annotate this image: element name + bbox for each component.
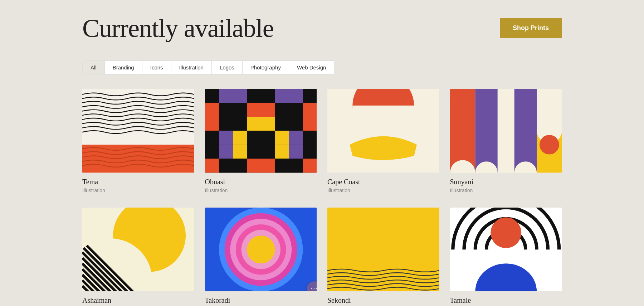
svg-rect-1 bbox=[82, 145, 194, 173]
svg-rect-35 bbox=[205, 145, 219, 159]
tab-icons[interactable]: Icons bbox=[142, 61, 171, 74]
svg-rect-15 bbox=[261, 103, 275, 117]
tab-logos[interactable]: Logos bbox=[212, 61, 243, 74]
svg-rect-30 bbox=[247, 131, 261, 145]
grid-item-image-sekondi bbox=[327, 208, 439, 291]
tab-all[interactable]: All bbox=[83, 61, 105, 74]
header-row: Currently available Shop Prints bbox=[82, 14, 562, 43]
svg-rect-49 bbox=[289, 159, 303, 173]
svg-rect-23 bbox=[261, 117, 275, 131]
svg-rect-34 bbox=[303, 131, 317, 145]
grid-item-title-sekondi: Sekondi bbox=[327, 296, 439, 305]
grid-item-title-sunyani: Sunyani bbox=[450, 178, 562, 186]
grid-item-tema[interactable]: Tema Illustration bbox=[82, 89, 194, 193]
svg-rect-38 bbox=[247, 145, 261, 159]
grid-item-ashaiman[interactable]: Ashaiman Illustration bbox=[82, 208, 194, 306]
tab-photography[interactable]: Photography bbox=[243, 61, 289, 74]
svg-rect-31 bbox=[261, 131, 275, 145]
grid-item-title-tamale: Tamale bbox=[450, 296, 562, 305]
shop-prints-button[interactable]: Shop Prints bbox=[500, 18, 562, 38]
svg-rect-16 bbox=[275, 103, 289, 117]
svg-rect-45 bbox=[233, 159, 247, 173]
page-container: Currently available Shop Prints All Bran… bbox=[0, 0, 644, 306]
svg-rect-19 bbox=[205, 117, 219, 131]
tab-branding[interactable]: Branding bbox=[105, 61, 142, 74]
svg-point-89 bbox=[491, 217, 521, 248]
grid-item-image-sunyani bbox=[450, 89, 562, 173]
svg-point-85 bbox=[247, 235, 275, 263]
svg-rect-42 bbox=[303, 145, 317, 159]
grid-item-title-ashaiman: Ashaiman bbox=[82, 296, 194, 305]
svg-rect-24 bbox=[275, 117, 289, 131]
svg-rect-39 bbox=[261, 145, 275, 159]
svg-rect-33 bbox=[289, 131, 303, 145]
grid-item-category-obuasi: Illustration bbox=[205, 188, 317, 193]
page-title: Currently available bbox=[82, 14, 274, 43]
svg-rect-14 bbox=[247, 103, 261, 117]
grid-item-title-takoradi: Takoradi bbox=[205, 296, 317, 305]
grid-item-cape-coast[interactable]: Cape Coast Illustration bbox=[327, 89, 439, 193]
svg-rect-44 bbox=[219, 159, 233, 173]
grid-item-image-tema bbox=[82, 89, 194, 173]
grid-item-title-obuasi: Obuasi bbox=[205, 178, 317, 186]
svg-rect-27 bbox=[205, 131, 219, 145]
grid-item-category-sunyani: Illustration bbox=[450, 188, 562, 193]
svg-rect-21 bbox=[233, 117, 247, 131]
grid-item-takoradi[interactable]: ··· Takoradi Illustration bbox=[205, 208, 317, 306]
svg-rect-17 bbox=[289, 103, 303, 117]
svg-rect-18 bbox=[303, 103, 317, 117]
grid-item-obuasi[interactable]: Obuasi Illustration bbox=[205, 89, 317, 193]
tab-illustration[interactable]: Illustration bbox=[171, 61, 212, 74]
svg-point-64 bbox=[540, 135, 559, 155]
svg-rect-47 bbox=[261, 159, 275, 173]
svg-rect-43 bbox=[205, 159, 219, 173]
svg-rect-7 bbox=[261, 89, 275, 103]
grid-item-title-tema: Tema bbox=[82, 178, 194, 186]
grid-item-category-cape-coast: Illustration bbox=[327, 188, 439, 193]
svg-rect-46 bbox=[247, 159, 261, 173]
grid-item-image-cape-coast bbox=[327, 89, 439, 173]
grid-item-image-ashaiman bbox=[82, 208, 194, 291]
svg-rect-32 bbox=[275, 131, 289, 145]
svg-rect-22 bbox=[247, 117, 261, 131]
grid-item-sekondi[interactable]: Sekondi Illustration bbox=[327, 208, 439, 306]
svg-rect-20 bbox=[219, 117, 233, 131]
svg-rect-59 bbox=[497, 89, 514, 173]
svg-rect-3 bbox=[205, 89, 219, 103]
svg-rect-37 bbox=[233, 145, 247, 159]
svg-rect-12 bbox=[219, 103, 233, 117]
svg-rect-8 bbox=[275, 89, 289, 103]
svg-rect-11 bbox=[205, 103, 219, 117]
svg-rect-48 bbox=[275, 159, 289, 173]
svg-rect-25 bbox=[289, 117, 303, 131]
svg-rect-9 bbox=[289, 89, 303, 103]
portfolio-grid: Tema Illustration bbox=[82, 89, 562, 306]
svg-rect-4 bbox=[219, 89, 233, 103]
svg-rect-50 bbox=[303, 159, 317, 173]
grid-item-tamale[interactable]: Tamale Illustration bbox=[450, 208, 562, 306]
svg-rect-10 bbox=[303, 89, 317, 103]
grid-item-image-takoradi: ··· bbox=[205, 208, 317, 291]
svg-rect-40 bbox=[275, 145, 289, 159]
svg-rect-26 bbox=[303, 117, 317, 131]
grid-item-image-obuasi bbox=[205, 89, 317, 173]
grid-item-image-tamale bbox=[450, 208, 562, 291]
svg-rect-5 bbox=[233, 89, 247, 103]
svg-rect-28 bbox=[219, 131, 233, 145]
tab-web-design[interactable]: Web Design bbox=[289, 61, 334, 74]
svg-rect-36 bbox=[219, 145, 233, 159]
svg-rect-6 bbox=[247, 89, 261, 103]
filter-tabs: All Branding Icons Illustration Logos Ph… bbox=[82, 60, 334, 74]
grid-item-category-tema: Illustration bbox=[82, 188, 194, 193]
svg-rect-29 bbox=[233, 131, 247, 145]
svg-rect-41 bbox=[289, 145, 303, 159]
svg-rect-57 bbox=[475, 89, 498, 173]
grid-item-sunyani[interactable]: Sunyani Illustration bbox=[450, 89, 562, 193]
grid-item-title-cape-coast: Cape Coast bbox=[327, 178, 439, 186]
svg-rect-13 bbox=[233, 103, 247, 117]
svg-rect-53 bbox=[352, 106, 414, 136]
svg-rect-60 bbox=[514, 89, 537, 173]
